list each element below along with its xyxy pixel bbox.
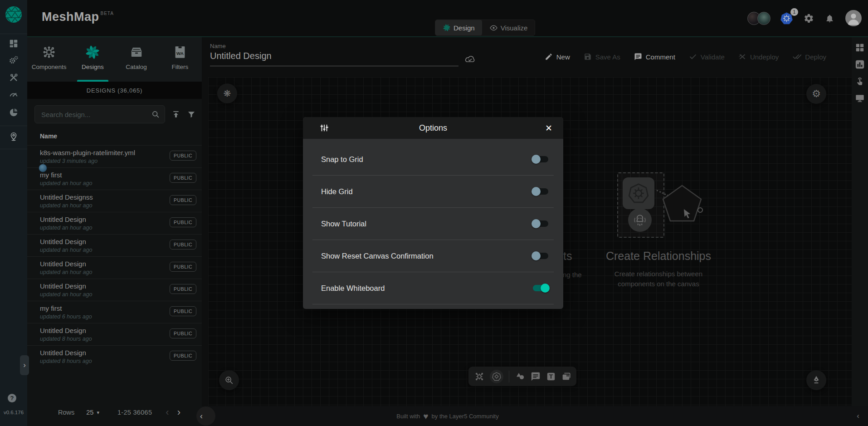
option-label: Enable Whiteboard [312,284,385,293]
option-toggle[interactable] [533,156,548,162]
option-toggle[interactable] [533,285,548,291]
option-row: Show Tutorial [312,208,554,240]
options-list: Snap to Grid Hide Grid Show Tutorial [303,139,563,309]
options-modal-title: Options [303,123,563,133]
toggle-knob [532,187,541,196]
option-row: Snap to Grid [312,143,554,176]
close-icon[interactable]: ✕ [545,123,552,133]
option-row: Show Reset Canvas Confirmation [312,240,554,272]
option-row: Enable Whiteboard [312,272,554,304]
toggle-knob [541,284,550,293]
toggle-knob [532,155,541,164]
meshmap-app: › ? v0.6.176 MeshMap BETA Design [0,0,868,426]
options-modal: Options ✕ Snap to Grid Hide Grid Show Tu… [303,117,563,309]
option-row: Hide Grid [312,176,554,208]
option-toggle[interactable] [533,253,548,259]
option-label: Show Reset Canvas Confirmation [312,252,434,260]
toggle-knob [532,219,541,228]
option-label: Hide Grid [312,187,353,196]
toggle-knob [532,251,541,260]
option-label: Snap to Grid [312,155,363,164]
option-toggle[interactable] [533,188,548,195]
option-label: Show Tutorial [312,220,366,228]
option-toggle[interactable] [533,220,548,227]
options-modal-header: Options ✕ [303,117,563,139]
